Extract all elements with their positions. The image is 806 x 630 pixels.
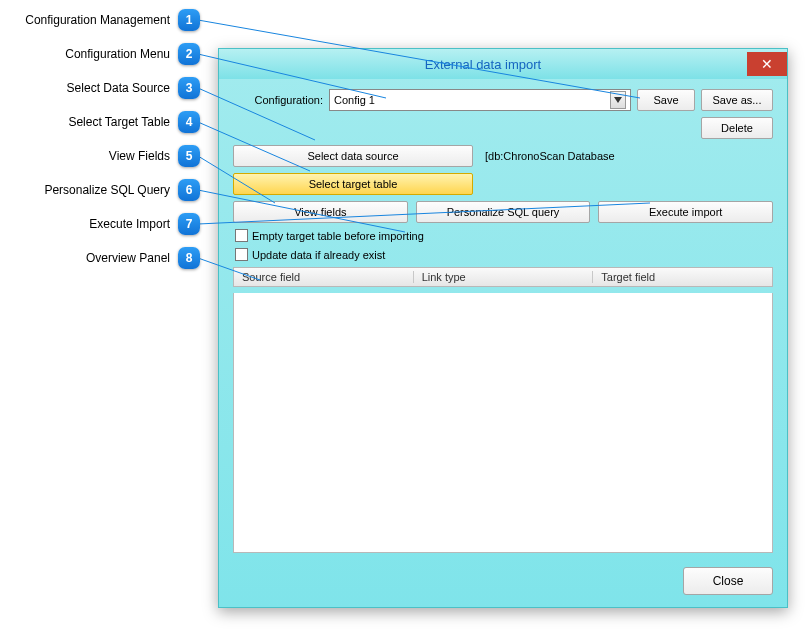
update-data-checkbox[interactable] [235, 248, 248, 261]
footer-row: Close [233, 567, 773, 595]
update-data-checkbox-row: Update data if already exist [233, 248, 773, 261]
close-icon[interactable]: ✕ [747, 52, 787, 76]
callout-label: Execute Import [89, 217, 170, 231]
callout-badge: 4 [178, 111, 200, 133]
execute-import-button[interactable]: Execute import [598, 201, 773, 223]
delete-row: Delete [233, 117, 773, 139]
callout-2: Configuration Menu 2 [0, 43, 200, 65]
target-table-row: Select target table [233, 173, 773, 195]
col-link-type: Link type [414, 271, 594, 283]
config-row: Configuration: Config 1 Save Save as... [233, 89, 773, 111]
chevron-down-icon[interactable] [610, 91, 626, 109]
callout-badge: 6 [178, 179, 200, 201]
dialog-title: External data import [219, 57, 747, 72]
close-button[interactable]: Close [683, 567, 773, 595]
callout-label: View Fields [109, 149, 170, 163]
callout-badge: 8 [178, 247, 200, 269]
titlebar: External data import ✕ [219, 49, 787, 79]
delete-button[interactable]: Delete [701, 117, 773, 139]
data-source-row: Select data source [db:ChronoScan Databa… [233, 145, 773, 167]
config-combobox[interactable]: Config 1 [329, 89, 631, 111]
data-source-value: [db:ChronoScan Database [479, 150, 773, 162]
callout-badge: 1 [178, 9, 200, 31]
external-data-import-dialog: External data import ✕ Configuration: Co… [218, 48, 788, 608]
dialog-body: Configuration: Config 1 Save Save as... … [219, 79, 787, 607]
save-as-button[interactable]: Save as... [701, 89, 773, 111]
callout-4: Select Target Table 4 [0, 111, 200, 133]
callout-6: Personalize SQL Query 6 [0, 179, 200, 201]
callout-label: Select Target Table [68, 115, 170, 129]
callout-label: Personalize SQL Query [44, 183, 170, 197]
callout-label: Overview Panel [86, 251, 170, 265]
empty-table-label: Empty target table before importing [252, 230, 424, 242]
callout-badge: 5 [178, 145, 200, 167]
callout-badge: 2 [178, 43, 200, 65]
overview-table-header: Source field Link type Target field [233, 267, 773, 287]
callout-8: Overview Panel 8 [0, 247, 200, 269]
col-source-field: Source field [234, 271, 414, 283]
select-target-table-button[interactable]: Select target table [233, 173, 473, 195]
config-value: Config 1 [334, 94, 610, 106]
callout-1: Configuration Management 1 [0, 9, 200, 31]
config-label: Configuration: [233, 94, 323, 106]
overview-table-body [233, 293, 773, 553]
empty-table-checkbox[interactable] [235, 229, 248, 242]
action-buttons-row: View fields Personalize SQL query Execut… [233, 201, 773, 223]
callout-label: Select Data Source [67, 81, 170, 95]
callout-3: Select Data Source 3 [0, 77, 200, 99]
personalize-sql-button[interactable]: Personalize SQL query [416, 201, 591, 223]
callout-5: View Fields 5 [0, 145, 200, 167]
select-data-source-button[interactable]: Select data source [233, 145, 473, 167]
callout-badge: 3 [178, 77, 200, 99]
update-data-label: Update data if already exist [252, 249, 385, 261]
view-fields-button[interactable]: View fields [233, 201, 408, 223]
callout-7: Execute Import 7 [0, 213, 200, 235]
empty-table-checkbox-row: Empty target table before importing [233, 229, 773, 242]
save-button[interactable]: Save [637, 89, 695, 111]
callout-label: Configuration Menu [65, 47, 170, 61]
callout-badge: 7 [178, 213, 200, 235]
callout-label: Configuration Management [25, 13, 170, 27]
col-target-field: Target field [593, 271, 772, 283]
